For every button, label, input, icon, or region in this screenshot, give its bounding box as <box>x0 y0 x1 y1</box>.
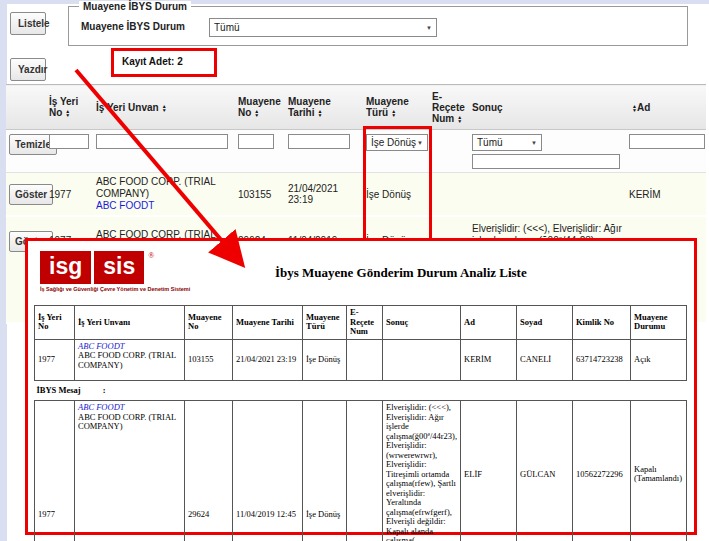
cell-ad: KERİM <box>626 173 706 217</box>
sort-icon[interactable] <box>65 109 70 117</box>
filter-sonuc-input[interactable] <box>472 154 620 169</box>
grid-header-e-recete-num[interactable]: E-Reçete Num <box>429 85 469 130</box>
rcell-unvan: ABC FOODT ABC FOOD CORP. (TRIAL COMPANY) <box>75 339 185 380</box>
rh-ad: Ad <box>461 306 517 340</box>
filter-muayene-no-input[interactable] <box>238 134 274 149</box>
company-link[interactable]: ABC FOODT <box>78 402 125 412</box>
rcell-sonuc <box>383 339 461 380</box>
grid-filter-row: Temizle İşe Dönüş Tümü <box>6 130 706 173</box>
rh-muayene-durumu: Muayene Durumu <box>631 306 687 340</box>
rcell-turu: İşe Dönüş <box>303 401 347 541</box>
cell-muayene-tarihi: 21/04/2021 23:19 <box>285 173 363 217</box>
registered-trademark-icon: ® <box>148 251 154 260</box>
page: Listele Muayene İBYS Durum Muayene İBYS … <box>0 0 709 541</box>
isgsis-logo: isg sis ® İş Sağlığı ve Güvenliği Çevre … <box>40 251 170 292</box>
rcell-erecete <box>347 401 383 541</box>
rcell-sonuc: Elverişlidir: (<<<), Elverişlidir: Ağır … <box>383 401 461 541</box>
rcell-ad: KERİM <box>461 339 517 380</box>
fieldset-legend: Muayene İBYS Durum <box>79 1 191 12</box>
rcell-durum: Açık <box>631 339 687 380</box>
logo-tagline: İş Sağlığı ve Güvenliği Çevre Yönetim ve… <box>40 286 170 292</box>
report-table: İş Yeri No İş Yeri Unvanı Muayene No Mua… <box>34 305 687 541</box>
rh-muayene-tarihi: Muayene Tarihi <box>233 306 303 340</box>
company-link[interactable]: ABC FOODT <box>96 200 154 211</box>
rh-muayene-no: Muayene No <box>185 306 233 340</box>
rcell-mno: 29624 <box>185 401 233 541</box>
rh-is-yeri-no: İş Yeri No <box>35 306 75 340</box>
rcell-durum: Kapalı (Tamamlandı) <box>631 401 687 541</box>
muayene-ibys-durum-label: Muayene İBYS Durum <box>81 21 185 32</box>
filter-is-yeri-unvan-input[interactable] <box>96 134 228 149</box>
grid-header-muayene-tarihi[interactable]: Muayene Tarihi <box>285 85 363 130</box>
ibys-mesaj: İBYS Mesaj: <box>35 380 687 401</box>
muayene-ibys-durum-fieldset: Muayene İBYS Durum Muayene İBYS Durum Tü… <box>68 6 688 46</box>
muayene-ibys-durum-select[interactable]: Tümü <box>209 18 437 37</box>
rcell-no: 1977 <box>35 339 75 380</box>
sort-icon[interactable] <box>457 115 462 123</box>
grid-header-is-yeri-no[interactable]: İş Yeri No <box>46 85 93 130</box>
grid-header-muayene-turu[interactable]: Muayene Türü <box>363 85 429 130</box>
rcell-tarih: 11/04/2019 12:45 <box>233 401 303 541</box>
grid-row-1: Göster 1977 ABC FOOD CORP. (TRIAL COMPAN… <box>6 173 706 217</box>
cell-muayene-no: 103155 <box>235 173 285 217</box>
rcell-soyad: GÜLCAN <box>517 401 573 541</box>
rcell-soyad: CANELİ <box>517 339 573 380</box>
sort-icon[interactable] <box>391 109 396 117</box>
rcell-mno: 103155 <box>185 339 233 380</box>
rh-is-yeri-unvani: İş Yeri Unvanı <box>75 306 185 340</box>
sort-icon[interactable] <box>162 104 167 112</box>
yazdir-button[interactable]: Yazdır <box>10 58 46 81</box>
sort-icon[interactable] <box>317 109 322 117</box>
grid-header-row: İş Yeri No İş Yeri Unvan Muayene No Muay… <box>6 85 706 130</box>
filter-muayene-tarihi-input[interactable] <box>288 134 350 149</box>
rcell-turu: İşe Dönüş <box>303 339 347 380</box>
goster-button[interactable]: Göster <box>9 184 53 205</box>
rcell-kimlik: 63714723238 <box>573 339 631 380</box>
rcell-kimlik: 10562272296 <box>573 401 631 541</box>
filter-is-yeri-no-input[interactable] <box>49 134 89 149</box>
logo-isg-box: isg <box>40 251 91 284</box>
sort-icon[interactable] <box>254 109 259 117</box>
filter-muayene-turu-select[interactable]: İşe Dönüş <box>366 134 428 151</box>
rh-muayene-turu: Muayene Türü <box>303 306 347 340</box>
report-panel: isg sis ® İş Sağlığı ve Güvenliği Çevre … <box>25 238 697 535</box>
cell-unvan: ABC FOOD CORP. (TRIAL COMPANY) ABC FOODT <box>93 173 235 217</box>
logo-sis-box: sis <box>94 251 144 284</box>
cell-e-recete <box>429 173 469 217</box>
grid-header-is-yeri-unvan[interactable]: İş Yeri Unvan <box>93 85 235 130</box>
rcell-ad: ELİF <box>461 401 517 541</box>
report-row-2: 1977 ABC FOODT ABC FOOD CORP. (TRIAL COM… <box>35 401 687 541</box>
report-header-row: İş Yeri No İş Yeri Unvanı Muayene No Mua… <box>35 306 687 340</box>
cell-muayene-turu: İşe Dönüş <box>363 173 429 217</box>
company-link[interactable]: ABC FOODT <box>78 341 125 351</box>
report-title: İbys Muayene Gönderim Durum Analiz Liste <box>275 265 527 281</box>
muayene-ibys-durum-select-value: Tümü <box>214 22 240 33</box>
grid-header-muayene-no[interactable]: Muayene No <box>235 85 285 130</box>
rcell-no: 1977 <box>35 401 75 541</box>
grid-header-ad[interactable]: Ad <box>626 85 706 130</box>
rh-e-recete-num: E-Reçete Num <box>347 306 383 340</box>
rcell-tarih: 21/04/2021 23:19 <box>233 339 303 380</box>
cell-sonuc <box>469 173 626 217</box>
rh-sonuc: Sonuç <box>383 306 461 340</box>
grid-header-action <box>6 85 46 130</box>
report-mesaj-row: İBYS Mesaj: <box>35 380 687 401</box>
grid-header-sonuc[interactable]: Sonuç <box>469 85 626 130</box>
rcell-erecete <box>347 339 383 380</box>
report-row-1: 1977 ABC FOODT ABC FOOD CORP. (TRIAL COM… <box>35 339 687 380</box>
cell-is-yeri-no: 1977 <box>46 173 93 217</box>
rh-soyad: Soyad <box>517 306 573 340</box>
filter-ad-input[interactable] <box>629 134 705 149</box>
filter-sonuc-select[interactable]: Tümü <box>472 134 542 151</box>
listele-button[interactable]: Listele <box>10 12 46 35</box>
record-count-label: Kayıt Adet: 2 <box>122 56 183 67</box>
rcell-unvan: ABC FOODT ABC FOOD CORP. (TRIAL COMPANY) <box>75 401 185 541</box>
rh-kimlik-no: Kimlik No <box>573 306 631 340</box>
